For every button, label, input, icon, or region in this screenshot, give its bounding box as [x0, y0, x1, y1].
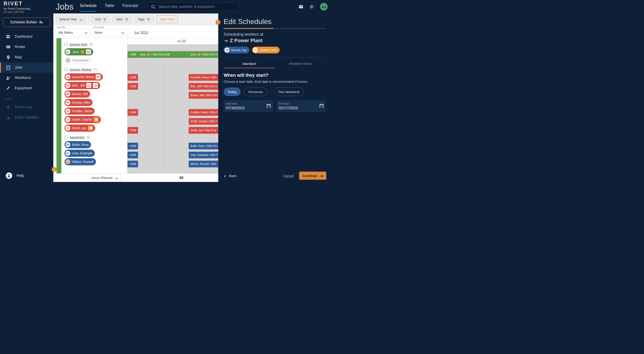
worker-pill[interactable]: ◈JJess, 🍔 — [64, 48, 93, 55]
end-date-field[interactable]: End Date 02/17/2023 — [276, 100, 326, 112]
placeholder-pill[interactable]: Placeholder — [64, 57, 92, 64]
preset-today[interactable]: Today — [224, 87, 241, 96]
start-date-field[interactable]: Start Date 07/18/2022 — [224, 100, 273, 112]
default-view-button[interactable]: Default View — [56, 16, 86, 23]
caret-icon — [120, 31, 124, 35]
panel-tab-weekend[interactable]: Weekend Work — [275, 62, 326, 68]
shift-bar[interactable]: t Shift — [128, 74, 138, 81]
brand-block: RIVET for Rivet Contracting dev-app | c3… — [4, 1, 53, 13]
tab-table[interactable]: Table — [105, 3, 114, 10]
nav-roster[interactable]: Roster — [0, 42, 53, 52]
filter-icon — [103, 17, 107, 21]
panel-collapse-handle[interactable] — [216, 20, 220, 25]
shift-bar[interactable]: t Shift — [128, 83, 138, 90]
hours-planned-select[interactable]: Hours Planned — [89, 174, 121, 181]
shift-bar[interactable]: Jess, 🍔 • 5/8s First SI — [189, 51, 219, 58]
shift-bar[interactable]: Accavitti, Alison • 5/8s — [189, 74, 219, 81]
filter-icon — [146, 17, 150, 21]
hours-value: 68 — [152, 176, 211, 180]
worker-pill[interactable]: EUUser, Example — [64, 150, 95, 157]
filter-icon — [124, 17, 128, 21]
shift-bar[interactable]: Bob , Bill • 5/8s First S — [189, 83, 219, 90]
worker-pill[interactable]: WBBrown, Will — [64, 90, 90, 98]
nav-help[interactable]: Help — [0, 169, 53, 182]
nav-map[interactable]: Map — [0, 52, 53, 62]
panel-subtitle: Scheduling workers at — [224, 32, 326, 37]
tab-schedule[interactable]: Schedule — [80, 3, 96, 10]
avatar[interactable]: AA — [320, 3, 328, 11]
nav-action-log[interactable]: Action Log — [0, 102, 53, 112]
shift-bar[interactable]: t Shift — [128, 161, 138, 167]
nav-equipment[interactable]: Equipment — [0, 83, 53, 93]
save-view-button[interactable]: Save View — [156, 16, 178, 23]
help-icon — [6, 172, 12, 179]
shift-bar[interactable]: t Shift — [128, 51, 138, 58]
worker-pill[interactable]: SGGrubbs, Steve — [64, 107, 94, 115]
worker-pill[interactable]: CSSmith, Charlie — [64, 116, 101, 123]
arrow-right-icon — [319, 174, 323, 178]
worker-pill[interactable]: ISSmith, Ian — [64, 124, 95, 132]
shift-bar[interactable]: Smith, Ian • 5/8s First — [189, 127, 219, 134]
shift-bar[interactable]: Jess, 🍔 • 2/8s First Shift — [138, 51, 189, 58]
nav-workforce[interactable]: Workforce — [0, 73, 53, 83]
shift-bar[interactable]: t Shift — [128, 109, 138, 116]
brand-hash: dev-app | c36b7f982 — [4, 11, 53, 13]
shift-bar[interactable]: Smith, Charlie • 5/8s F — [189, 118, 219, 125]
sort-button[interactable]: Sort — [92, 16, 110, 23]
nav-jobs[interactable]: Jobs — [0, 62, 53, 73]
role-header[interactable]: Journey Worker(7) — [64, 68, 125, 71]
date-header-cell: Sa23 — [152, 38, 211, 44]
shift-bar[interactable]: t Shift — [128, 143, 138, 149]
tags-filter-button[interactable]: Tags — [135, 16, 154, 23]
search-box[interactable] — [148, 3, 238, 11]
settings-icon[interactable] — [309, 4, 314, 9]
schedule-builder-button[interactable]: Schedule Builder — [3, 18, 50, 27]
search-icon — [151, 5, 155, 9]
jobs-filter-button[interactable]: Jobs — [113, 16, 132, 23]
page-title: Jobs — [56, 2, 74, 12]
brand-name: RIVET — [4, 1, 53, 7]
chevron-left-icon — [223, 174, 227, 178]
roster-icon — [6, 45, 10, 49]
cal-x-icon — [86, 83, 91, 88]
worker-pill[interactable]: RBBollin, Ross — [64, 141, 91, 148]
dashboard-icon — [6, 34, 10, 39]
cancel-button[interactable]: Cancel — [283, 174, 294, 178]
mail-icon[interactable] — [298, 4, 304, 9]
sidebar-collapse-handle[interactable] — [52, 167, 56, 172]
back-button[interactable]: Back — [223, 174, 236, 178]
caret-icon — [79, 17, 83, 21]
worker-chip[interactable]: MSStafford, Matt — [252, 47, 280, 53]
brand-sub: for Rivet Contracting — [4, 7, 53, 10]
shift-bar[interactable]: t Shift — [128, 127, 138, 134]
continue-button[interactable]: Continue — [299, 171, 326, 180]
search-input[interactable] — [158, 5, 236, 9]
builder-icon — [39, 21, 43, 24]
view-by-select[interactable]: Job Status — [56, 29, 90, 36]
panel-title: Edit Schedules — [224, 18, 326, 26]
shift-bar[interactable]: Brown, Will • 5/8s First — [189, 92, 219, 99]
shift-bar[interactable]: t Shift — [128, 152, 138, 158]
worker-chip[interactable]: JBBurrow, Joe — [224, 47, 250, 53]
worker-pill[interactable]: Wilson, Russell — [64, 158, 96, 165]
shift-bar[interactable]: Bollin, Ross • 5/8s Firs — [189, 143, 219, 149]
worker-pill[interactable]: AAAccavitti, Alison — [64, 73, 103, 81]
worker-pill[interactable]: MDDorsey, Mike — [64, 99, 92, 106]
shift-bar[interactable]: Wilson, Russell • 5/8s — [189, 161, 219, 167]
role-header[interactable]: Service Tech(2) — [64, 43, 125, 46]
nav-dashboard[interactable]: Dashboard — [0, 31, 53, 42]
tab-forecast[interactable]: Forecast — [122, 3, 138, 10]
role-header[interactable]: Apprentice(3) — [64, 135, 125, 139]
group-by-label: Group By: — [93, 26, 127, 29]
worker-pill[interactable]: BBBob , Bill — [64, 82, 100, 89]
view-by-label: View By: — [56, 26, 90, 29]
month-label: Jul 2022 — [134, 31, 148, 35]
panel-tab-standard[interactable]: Standard — [224, 62, 275, 68]
preset-tomorrow[interactable]: Tomorrow — [244, 87, 267, 96]
shift-bar[interactable]: Grubbs, Steve • 5/8s F — [189, 109, 219, 116]
preset-this-weekend[interactable]: This Weekend — [274, 87, 304, 96]
logs-section-label: LOGS — [0, 95, 53, 102]
nav-labor-updates[interactable]: Labor Updates — [0, 112, 53, 122]
group-by-select[interactable]: None — [92, 29, 127, 36]
shift-bar[interactable]: User, Example • 5/8s F — [189, 152, 219, 158]
